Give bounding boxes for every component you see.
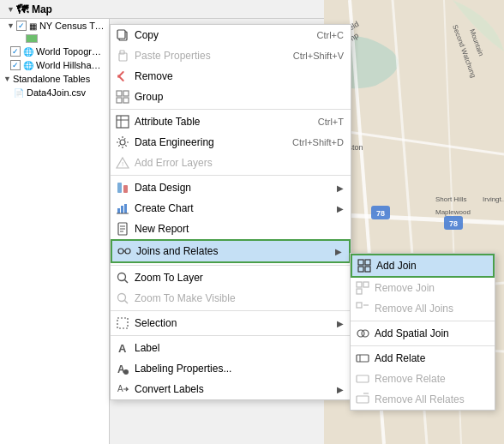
convert-icon: A	[114, 382, 131, 396]
remove-relate-icon	[354, 372, 371, 386]
engineering-icon	[114, 135, 131, 149]
create-chart-label: Create Chart	[135, 202, 328, 214]
svg-text:78: 78	[376, 209, 385, 218]
table-icon	[114, 115, 131, 129]
svg-line-51	[125, 280, 129, 284]
menu-item-copy[interactable]: Copy Ctrl+C	[111, 25, 351, 45]
svg-text:A: A	[117, 363, 125, 375]
svg-rect-40	[121, 206, 123, 213]
sidebar-item-ny-census[interactable]: ▼ ▦ NY Census Trac...	[0, 19, 109, 33]
expand-icon: ▼	[3, 75, 11, 83]
svg-rect-59	[358, 260, 363, 265]
joins-icon	[116, 244, 133, 258]
separator-3	[111, 265, 351, 266]
label-icon: A	[114, 341, 131, 355]
layer-checkbox[interactable]	[10, 46, 21, 57]
menu-item-attr-table[interactable]: Attribute Table Ctrl+T	[111, 111, 351, 132]
svg-rect-60	[365, 260, 370, 265]
menu-item-zoom-visible: Zoom To Make Visible	[111, 288, 351, 309]
data-eng-shortcut: Ctrl+Shift+D	[292, 137, 344, 147]
sidebar-item-swatch	[0, 33, 109, 45]
arrow-icon: ▶	[337, 385, 344, 394]
svg-rect-73	[357, 396, 369, 403]
svg-point-52	[118, 294, 126, 302]
sidebar-item-world-hillsh[interactable]: 🌐 World Hillshade...	[0, 58, 109, 72]
menu-item-paste-props: Paste Properties Ctrl+Shift+V	[111, 45, 351, 66]
submenu-item-add-relate[interactable]: Add Relate	[351, 348, 495, 369]
sep-joins-1	[351, 321, 495, 321]
sidebar-item-world-topog[interactable]: 🌐 World Topograp...	[0, 45, 109, 58]
menu-item-create-chart[interactable]: Create Chart ▶	[111, 198, 351, 219]
svg-text:Short Hills: Short Hills	[435, 195, 466, 203]
svg-rect-66	[357, 303, 362, 308]
svg-point-69	[362, 330, 369, 337]
arrow-icon: ▶	[337, 183, 344, 193]
context-menu: Copy Ctrl+C Paste Properties Ctrl+Shift+…	[110, 24, 351, 400]
zoom-layer-label: Zoom To Layer	[135, 272, 344, 284]
copy-icon	[114, 28, 131, 42]
svg-rect-62	[365, 267, 370, 272]
table-label: Data4Join.csv	[27, 87, 86, 98]
label-label: Label	[135, 342, 344, 354]
svg-rect-54	[117, 318, 128, 328]
menu-item-convert-labels[interactable]: A Convert Labels ▶	[111, 379, 351, 399]
submenu-item-remove-all-relates: Remove All Relates	[351, 389, 495, 410]
arrow-icon: ▶	[335, 247, 342, 256]
svg-rect-64	[363, 282, 369, 287]
data-eng-label: Data Engineering	[135, 136, 275, 148]
svg-text:Maplewood: Maplewood	[435, 208, 471, 216]
layer-checkbox[interactable]	[16, 21, 27, 31]
chart-icon	[114, 201, 131, 215]
menu-item-remove[interactable]: Remove	[111, 66, 351, 87]
menu-item-data-design[interactable]: Data Design ▶	[111, 177, 351, 198]
expand-icon: ▼	[7, 21, 15, 30]
svg-text:A: A	[117, 384, 123, 393]
report-icon	[114, 222, 131, 236]
remove-label: Remove	[135, 70, 344, 82]
add-join-icon	[356, 259, 373, 273]
svg-rect-30	[123, 98, 129, 103]
group-label: Group	[135, 91, 344, 103]
menu-item-add-error: ! Add Error Layers	[111, 153, 351, 173]
svg-rect-27	[117, 91, 122, 96]
menu-item-joins-relates[interactable]: Joins and Relates ▶	[111, 239, 351, 263]
layer-icon: 🌐	[23, 61, 33, 70]
sidebar-item-data4join[interactable]: 📄 Data4Join.csv	[0, 86, 109, 99]
svg-rect-24	[120, 51, 124, 54]
svg-rect-41	[124, 204, 127, 213]
separator-4	[111, 310, 351, 311]
joins-relates-label: Joins and Relates	[136, 245, 327, 257]
svg-rect-65	[357, 289, 362, 294]
map-icon: 🗺	[16, 3, 28, 16]
selection-label: Selection	[135, 317, 328, 329]
submenu-item-remove-all-joins: Remove All Joins	[351, 298, 495, 319]
menu-item-data-eng[interactable]: Data Engineering Ctrl+Shift+D	[111, 132, 351, 153]
table-icon: 📄	[14, 88, 24, 98]
add-relate-icon	[354, 351, 371, 365]
remove-all-relates-icon	[354, 393, 371, 406]
remove-icon	[114, 69, 131, 83]
add-relate-label: Add Relate	[375, 352, 425, 364]
svg-rect-38	[123, 185, 128, 193]
selection-icon	[114, 316, 131, 330]
menu-item-group[interactable]: Group	[111, 87, 351, 107]
submenu-item-remove-relate: Remove Relate	[351, 369, 495, 389]
menu-item-new-report[interactable]: New Report	[111, 219, 351, 239]
svg-text:!: !	[122, 160, 123, 168]
layer-icon: ▦	[29, 21, 37, 31]
menu-item-label-props[interactable]: A Labeling Properties...	[111, 358, 351, 379]
svg-rect-22	[117, 30, 125, 39]
arrow-icon: ▶	[337, 204, 344, 213]
svg-rect-28	[123, 91, 129, 96]
menu-item-selection[interactable]: Selection ▶	[111, 313, 351, 333]
submenu-item-add-join[interactable]: Add Join	[351, 254, 495, 278]
submenu-item-add-spatial-join[interactable]: Add Spatial Join	[351, 323, 495, 344]
sidebar-item-standalone[interactable]: ▼ Standalone Tables	[0, 72, 109, 86]
layer-checkbox[interactable]	[10, 60, 21, 70]
layer-label: NY Census Trac...	[39, 21, 105, 31]
menu-item-zoom-layer[interactable]: Zoom To Layer	[111, 267, 351, 288]
separator-1	[111, 109, 351, 110]
error-icon: !	[114, 156, 131, 170]
menu-item-label[interactable]: A Label	[111, 338, 351, 358]
zoom-icon	[114, 271, 131, 285]
